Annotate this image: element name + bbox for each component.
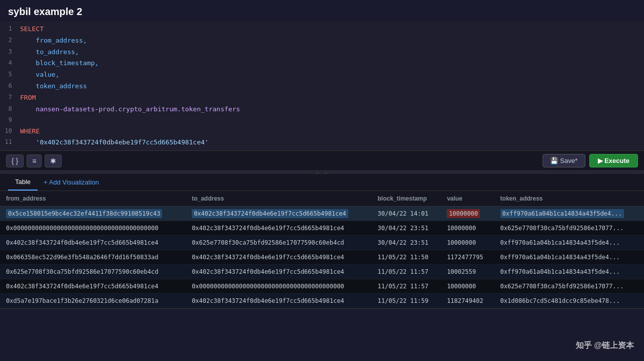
cell-from_address: 0x066358ec522d96e3fb548a2646f7dd16f50833… [0,250,186,265]
code-content: WHERE [20,126,40,137]
line-number: 2 [0,36,20,45]
cell-from_address: 0x5ce158015e9bc4ec32ef4411f38dc99108519c… [0,207,186,221]
code-line: 11 '0x402c38f343724f0db4ebe19f7cc5d665b4… [0,137,644,148]
line-number: 9 [0,115,20,125]
cell-to_address: 0x625e7708f30ca75bfd92586e17077590c60eb4… [186,236,371,250]
code-content: nansen-datasets-prod.crypto_arbitrum.tok… [20,104,240,115]
cell-to_address: 0x00000000000000000000000000000000000000… [186,279,371,294]
code-editor[interactable]: 1SELECT2 from_address,3 to_address,4 blo… [0,22,644,151]
code-line: 9 [0,115,644,125]
cell-from_address: 0x625e7708f30ca75bfd92586e17077590c60eb4… [0,265,186,279]
add-visualization-button[interactable]: + Add Visualization [38,174,105,190]
code-content: to_address, [20,47,79,58]
cell-token_address: 0x625e7708f30ca75bfd92586e17077... [494,279,644,294]
cell-value: 10000000 [441,279,494,294]
col-from-address: from_address [0,191,186,207]
cell-value: 10000000 [441,236,494,250]
page-title: sybil example 2 [0,0,644,22]
line-number: 6 [0,81,20,91]
cell-block_timestamp: 30/04/22 14:01 [371,207,441,221]
save-button[interactable]: 💾 Save* [543,154,585,167]
cell-to_address: 0x402c38f343724f0db4e6e19f7cc5d665b4981c… [186,265,371,279]
code-content: from_address, [20,36,87,46]
line-number: 7 [0,93,20,102]
col-token-address: token_address [494,191,644,207]
toolbar-right: 💾 Save* Execute [543,154,638,167]
code-line: 5 value, [0,69,644,81]
line-number: 1 [0,24,20,34]
cell-block_timestamp: 11/05/22 11:59 [371,294,441,308]
line-number: 8 [0,104,20,114]
cell-token_address: 0x1d086bc7cd5c481dcc9c85ebe478... [494,294,644,308]
cell-token_address: 0x625e7708f30ca75bfd92586e17077... [494,221,644,236]
cell-block_timestamp: 30/04/22 23:51 [371,221,441,236]
cell-from_address: 0x402c38f343724f0db4e6e19f7cc5d665b4981c… [0,279,186,294]
cell-block_timestamp: 11/05/22 11:50 [371,250,441,265]
table-format-button[interactable]: ≡ [27,154,42,167]
cell-from_address: 0x00000000000000000000000000000000000000… [0,221,186,236]
table-row: 0x066358ec522d96e3fb548a2646f7dd16f50833… [0,250,644,265]
code-content: FROM [20,93,36,103]
data-table-container[interactable]: from_address to_address block_timestamp … [0,191,644,308]
cell-value: 10000000 [441,221,494,236]
cell-to_address: 0x402c38f343724f0db4e6e19f7cc5d665b4981c… [186,221,371,236]
cell-value: 1182749402 [441,294,494,308]
toolbar-left: { } ≡ ✱ [6,154,62,167]
line-number: 4 [0,58,20,68]
table-row: 0x5ce158015e9bc4ec32ef4411f38dc99108519c… [0,207,644,221]
table-row: 0xd5a7e197bace1f3b26e2760321d6ce06ad0728… [0,294,644,308]
code-content: value, [20,70,59,80]
cell-token_address: 0xff970a61a04b1ca14834a43f5de4... [494,236,644,250]
tabs-bar: Table + Add Visualization [0,174,644,191]
cell-value: 1172477795 [441,250,494,265]
line-number: 10 [0,126,20,136]
cell-block_timestamp: 11/05/22 11:57 [371,265,441,279]
tab-table[interactable]: Table [8,174,38,191]
cell-from_address: 0xd5a7e197bace1f3b26e2760321d6ce06ad0728… [0,294,186,308]
cell-to_address: 0x402c38f343724f0db4e6e19f7cc5d665b4981c… [186,207,371,221]
line-number: 11 [0,137,20,147]
table-row: 0x402c38f343724f0db4e6e19f7cc5d665b4981c… [0,279,644,294]
cell-token_address: 0xff970a61a04b1ca14834a43f5de4... [494,207,644,221]
code-content: '0x402c38f343724f0db4ebe19f7cc5d665b4981… [20,137,209,148]
table-body: 0x5ce158015e9bc4ec32ef4411f38dc99108519c… [0,207,644,308]
col-value: value [441,191,494,207]
table-header: from_address to_address block_timestamp … [0,191,644,207]
code-line: 8 nansen-datasets-prod.crypto_arbitrum.t… [0,104,644,115]
col-to-address: to_address [186,191,371,207]
json-format-button[interactable]: { } [6,154,24,167]
execute-button[interactable]: Execute [589,154,638,167]
cell-token_address: 0xff970a61a04b1ca14834a43f5de4... [494,265,644,279]
table-row: 0x625e7708f30ca75bfd92586e17077590c60eb4… [0,265,644,279]
results-panel: Table + Add Visualization from_address t… [0,174,644,308]
code-line: 3 to_address, [0,47,644,58]
code-line: 6 token_address [0,81,644,92]
cell-block_timestamp: 11/05/22 11:57 [371,279,441,294]
cell-to_address: 0x402c38f343724f0db4e6e19f7cc5d665b4981c… [186,294,371,308]
code-line: 1SELECT [0,24,644,35]
cell-value: 10000000 [441,207,494,221]
code-line: 2 from_address, [0,35,644,47]
cell-value: 10002559 [441,265,494,279]
code-content: SELECT [20,24,44,35]
code-line: 10WHERE [0,126,644,137]
col-block-timestamp: block_timestamp [371,191,441,207]
code-line: 4 block_timestamp, [0,58,644,69]
code-content: block_timestamp, [20,58,99,69]
code-content: token_address [20,81,87,92]
table-row: 0x00000000000000000000000000000000000000… [0,221,644,236]
line-number: 3 [0,47,20,57]
code-line: 7FROM [0,92,644,104]
line-number: 5 [0,70,20,79]
cell-to_address: 0x402c38f343724f0db4e6e19f7cc5d665b4981c… [186,250,371,265]
toolbar: { } ≡ ✱ 💾 Save* Execute [0,151,644,171]
results-table: from_address to_address block_timestamp … [0,191,644,308]
horizontal-scrollbar[interactable] [0,308,644,315]
resize-dots-icon: — — [316,170,328,175]
cell-token_address: 0xff970a61a04b1ca14834a43f5de4... [494,250,644,265]
watermark: 知乎 @链上资本 [576,340,634,351]
cell-block_timestamp: 30/04/22 23:51 [371,236,441,250]
table-row: 0x402c38f343724f0db4e6e19f7cc5d665b4981c… [0,236,644,250]
star-button[interactable]: ✱ [45,154,62,167]
cell-from_address: 0x402c38f343724f0db4e6e19f7cc5d665b4981c… [0,236,186,250]
